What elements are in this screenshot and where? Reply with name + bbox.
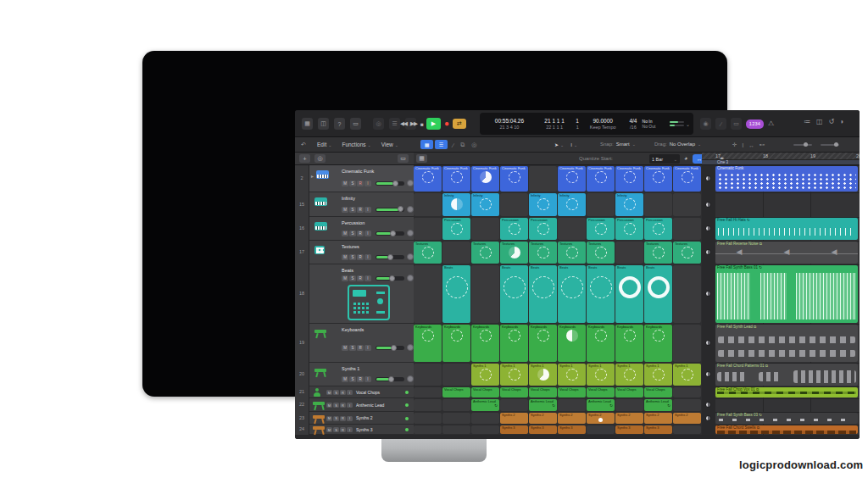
loop-cell-synths-1[interactable]: Synths 1 (673, 364, 701, 386)
functions-menu[interactable]: Functions⌄ (342, 142, 370, 147)
pan-knob[interactable] (407, 180, 414, 186)
snap-value[interactable]: Smart (616, 142, 630, 147)
browsers-icon[interactable]: ◫ (816, 118, 823, 125)
loop-cell-cinematic-funk[interactable]: Cinematic Funk (471, 166, 499, 192)
record-enable-button[interactable]: R (357, 181, 364, 186)
loop-cell-synths-2[interactable]: Synths 2 (529, 413, 557, 424)
pencil-icon[interactable]: ∕ (715, 118, 726, 130)
drag-chevron-icon[interactable]: ⌄ (698, 142, 701, 147)
solo-button[interactable]: S (333, 427, 339, 432)
secondary-tool-menu[interactable]: I⌄ (570, 142, 577, 147)
loop-cell-synths-3[interactable]: Synths 3 (558, 425, 586, 434)
ibeam-icon[interactable]: I (742, 142, 743, 148)
empty-cell-slot[interactable] (500, 193, 528, 216)
empty-cell-slot[interactable] (471, 218, 499, 240)
link-icon[interactable]: ⧉ (460, 142, 465, 148)
loop-cell-keyboards[interactable]: Keyboards (529, 325, 557, 362)
empty-cell-slot[interactable] (587, 193, 615, 216)
region-free-fall-synth-lead[interactable]: Free Fall Synth Lead ⧉ (715, 325, 858, 362)
row-play-indicator[interactable] (705, 225, 711, 231)
volume-slider[interactable] (376, 276, 404, 281)
empty-cell-slot[interactable] (673, 265, 701, 323)
mute-solo-buttons[interactable]: MSRI (342, 275, 371, 281)
toolbar-toggle-icon[interactable]: ▭ (350, 118, 361, 130)
quantize-dropdown[interactable]: 1 Bar⌄ (649, 154, 680, 164)
empty-cell-slot[interactable] (615, 242, 643, 264)
mute-button[interactable]: M (342, 254, 348, 260)
mute-solo-buttons[interactable]: MSRI (342, 181, 371, 186)
loop-cell-infinity[interactable]: Infinity (558, 193, 586, 216)
loop-cell-infinity[interactable]: Infinity (442, 193, 470, 216)
empty-cell-slot[interactable] (673, 218, 701, 240)
loop-cell-synths-2[interactable]: Synths 2 (644, 413, 672, 424)
region-free-fall-hi-hats[interactable]: Free Fall Hi Hats ↻ (715, 218, 858, 240)
smart-controls-icon[interactable]: ◎ (373, 118, 384, 130)
snap-chevron-icon[interactable]: ⌄ (632, 142, 636, 147)
loop-cell-textures[interactable]: Textures (414, 242, 442, 264)
loop-cell-anthemic-lead[interactable]: Anthemic Lead↻ (587, 399, 615, 411)
loop-cell-infinity[interactable]: Infinity (471, 193, 499, 216)
quick-help-icon[interactable]: ? (334, 118, 345, 130)
zoom-tool-icon[interactable]: ∕ (453, 142, 453, 148)
loop-cell-keyboards[interactable]: Keyboards (471, 325, 499, 362)
crosshair-icon[interactable]: ✛ (732, 142, 737, 148)
solo-button[interactable]: S (349, 181, 356, 186)
list-editors-icon[interactable]: ≔ (804, 118, 810, 125)
track-on-indicator[interactable] (405, 417, 409, 420)
lcd-chevron-icon[interactable]: ⌄ (686, 121, 690, 127)
empty-cell-slot[interactable] (673, 399, 701, 411)
loop-cell-beats[interactable]: Beats (529, 265, 557, 323)
record-enable-button[interactable]: R (357, 207, 364, 213)
solo-button[interactable]: S (349, 207, 356, 213)
view-menu[interactable]: View⌄ (381, 142, 398, 147)
record-enable-button[interactable]: R (340, 427, 346, 432)
loop-cell-textures[interactable]: Textures (529, 242, 557, 264)
row-play-indicator[interactable] (705, 340, 711, 346)
count-in-badge[interactable]: 1234 (746, 119, 764, 129)
live-loops-grid-toggle[interactable]: ▦ (420, 140, 433, 149)
loop-cell-synths-1[interactable]: Synths 1 (587, 364, 615, 386)
empty-cell-slot[interactable] (414, 387, 442, 397)
empty-cell-slot[interactable] (414, 399, 442, 411)
record-enable-button[interactable]: R (357, 275, 364, 281)
inspector-icon[interactable]: ◫ (318, 118, 329, 130)
row-play-indicator[interactable] (705, 249, 711, 255)
row-play-indicator[interactable] (705, 371, 711, 377)
loop-cell-beats[interactable]: Beats (644, 265, 672, 323)
input-monitor-button[interactable]: I (347, 416, 353, 421)
empty-cell-slot[interactable] (471, 265, 499, 323)
volume-slider[interactable] (376, 231, 404, 236)
loop-cell-textures[interactable]: Textures (644, 242, 672, 264)
record-enable-button[interactable]: R (340, 403, 346, 408)
input-monitor-button[interactable]: I (364, 345, 371, 351)
row-play-indicator[interactable] (705, 202, 711, 208)
loop-cell-cinematic-funk[interactable]: Cinematic Funk (500, 166, 528, 192)
loop-cell-textures[interactable]: Textures (471, 242, 499, 264)
notifications-icon[interactable]: ◗ (840, 118, 844, 125)
empty-cell-slot[interactable] (529, 166, 557, 192)
pan-knob[interactable] (407, 253, 414, 260)
region-free-fall-synth-bass-01[interactable]: Free Fall Synth Bass 01 ↻ (715, 265, 858, 323)
loop-cell-keyboards[interactable]: Keyboards (587, 325, 615, 362)
loop-cell-synths-1[interactable]: Synths 1 (615, 364, 643, 386)
input-monitor-button[interactable]: I (364, 254, 371, 260)
catch-icon[interactable]: ◎ (471, 142, 476, 148)
loop-cell-keyboards[interactable]: Keyboards (442, 325, 470, 362)
empty-cell-slot[interactable] (442, 425, 470, 434)
replace-icon[interactable]: ▭ (731, 118, 742, 130)
loop-cell-textures[interactable]: Textures (500, 242, 528, 264)
empty-cell-slot[interactable] (414, 265, 442, 323)
row-play-indicator[interactable] (705, 175, 711, 181)
loop-cell-synths-1[interactable]: Synths 1 (558, 364, 586, 386)
loop-cell-keyboards[interactable]: Keyboards (414, 325, 442, 362)
loop-cell-vocal-chops[interactable]: Vocal Chops (615, 387, 643, 397)
loop-cell-beats[interactable]: Beats (587, 265, 615, 323)
mixer-icon[interactable]: ☰ (389, 118, 400, 130)
disclosure-arrow-icon[interactable]: ▸ (311, 173, 314, 179)
loop-cell-synths-3[interactable]: Synths 3 (615, 425, 643, 434)
solo-button[interactable]: S (349, 345, 356, 351)
loop-cell-cinematic-funk[interactable]: Cinematic Funk (587, 166, 615, 192)
loop-cell-beats[interactable]: Beats (442, 265, 470, 323)
loop-cell-keyboards[interactable]: Keyboards (644, 325, 672, 362)
region-free-fall-chop-vox-01[interactable]: Free Fall Chop Vox 01 ⧉ (715, 387, 858, 397)
